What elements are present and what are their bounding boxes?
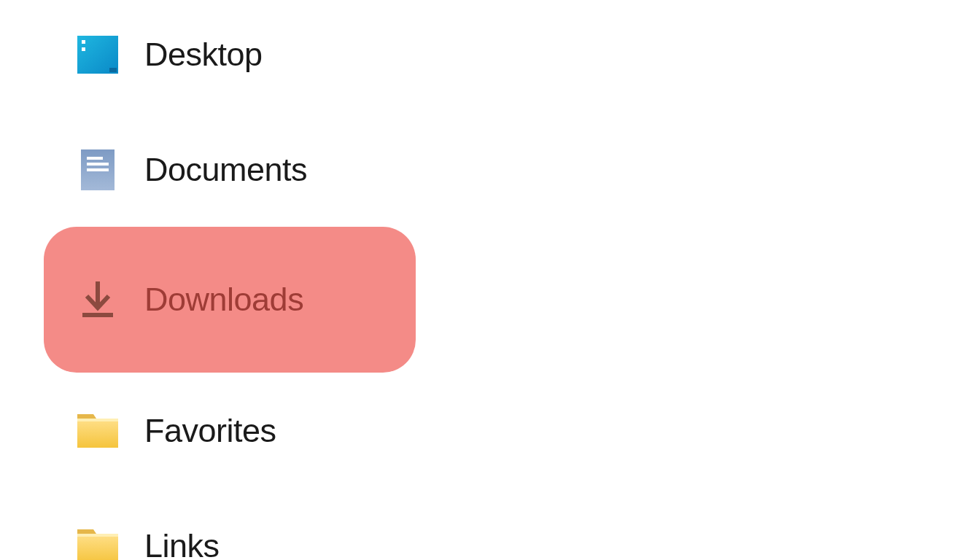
svg-rect-11 xyxy=(77,419,118,421)
nav-item-desktop[interactable]: Desktop xyxy=(44,26,416,84)
downloads-icon xyxy=(73,275,123,324)
nav-item-label: Links xyxy=(144,527,220,560)
nav-item-downloads[interactable]: Downloads xyxy=(44,227,416,373)
svg-rect-7 xyxy=(87,168,109,171)
nav-item-label: Documents xyxy=(144,151,307,189)
svg-rect-6 xyxy=(87,163,109,166)
nav-item-favorites[interactable]: Favorites xyxy=(44,402,416,460)
svg-rect-12 xyxy=(77,534,118,560)
nav-item-label: Favorites xyxy=(144,412,276,450)
folder-icon xyxy=(73,521,123,560)
svg-rect-2 xyxy=(82,47,85,51)
svg-rect-3 xyxy=(109,68,117,72)
desktop-icon xyxy=(73,30,123,79)
nav-item-documents[interactable]: Documents xyxy=(44,141,416,199)
nav-item-label: Downloads xyxy=(144,281,303,319)
svg-rect-10 xyxy=(77,419,118,448)
documents-icon xyxy=(73,145,123,195)
navigation-list: Desktop Documents xyxy=(0,0,970,560)
nav-item-label: Desktop xyxy=(144,36,263,74)
nav-item-links[interactable]: Links xyxy=(44,517,416,560)
folder-icon xyxy=(73,406,123,456)
svg-rect-5 xyxy=(87,157,103,160)
svg-rect-1 xyxy=(82,40,85,44)
svg-rect-13 xyxy=(77,534,118,537)
